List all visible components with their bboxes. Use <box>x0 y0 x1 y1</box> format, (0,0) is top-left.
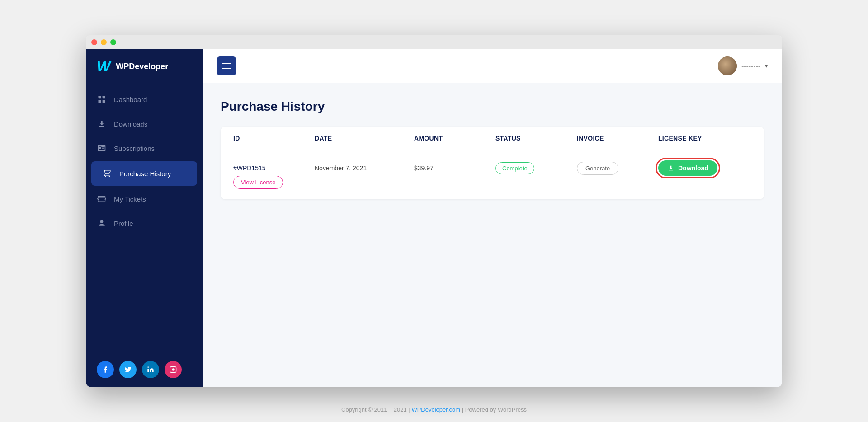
titlebar <box>86 35 782 49</box>
sidebar-item-downloads[interactable]: Downloads <box>86 112 203 136</box>
topbar: •••••••• ▾ <box>203 49 782 83</box>
sidebar-nav: Dashboard Downloads Subscriptions <box>86 84 203 352</box>
svg-rect-9 <box>222 68 231 69</box>
sidebar-item-profile-label: Profile <box>114 220 133 227</box>
user-name: •••••••• <box>741 62 760 70</box>
sidebar-social <box>86 352 203 387</box>
sidebar-item-subscriptions[interactable]: Subscriptions <box>86 136 203 160</box>
cell-download: Download <box>658 160 751 176</box>
download-icon <box>97 119 107 129</box>
maximize-button[interactable] <box>110 39 116 45</box>
dashboard-icon <box>97 94 107 104</box>
sidebar-item-subscriptions-label: Subscriptions <box>114 145 155 152</box>
col-header-license: License Key <box>658 135 751 142</box>
mac-window: W WPDeveloper Dashboard Download <box>86 35 782 387</box>
sidebar-item-downloads-label: Downloads <box>114 120 147 128</box>
svg-rect-2 <box>99 100 101 103</box>
cell-date: November 7, 2021 <box>315 164 414 172</box>
sidebar-item-dashboard[interactable]: Dashboard <box>86 87 203 112</box>
svg-point-4 <box>147 366 149 368</box>
sidebar-item-purchase-history-label: Purchase History <box>119 170 171 178</box>
col-header-amount: Amount <box>414 135 495 142</box>
col-header-id: ID <box>233 135 315 142</box>
svg-rect-3 <box>103 100 105 103</box>
download-button-label: Download <box>678 164 708 172</box>
sidebar-item-dashboard-label: Dashboard <box>114 96 147 103</box>
user-area[interactable]: •••••••• ▾ <box>718 56 768 75</box>
col-header-date: Date <box>315 135 414 142</box>
sidebar-item-my-tickets[interactable]: My Tickets <box>86 187 203 211</box>
cell-amount: $39.97 <box>414 164 495 172</box>
svg-rect-1 <box>103 96 105 99</box>
svg-rect-7 <box>222 63 231 64</box>
subscriptions-icon <box>97 143 107 153</box>
purchase-icon <box>102 169 112 178</box>
logo-icon: W <box>97 59 110 74</box>
brand-name: WPDeveloper <box>116 62 168 71</box>
tickets-icon <box>97 194 107 204</box>
minimize-button[interactable] <box>101 39 107 45</box>
cell-status: Complete <box>495 162 577 174</box>
generate-button[interactable]: Generate <box>577 162 618 175</box>
table-row: #WPD1515 November 7, 2021 $39.97 Complet… <box>221 150 764 199</box>
avatar <box>718 56 737 75</box>
col-header-invoice: Invoice <box>577 135 658 142</box>
content-area: Purchase History ID Date Amount Status I… <box>203 83 782 387</box>
linkedin-button[interactable] <box>142 361 159 378</box>
sidebar-logo: W WPDeveloper <box>86 49 203 84</box>
cell-invoice: Generate <box>577 162 658 175</box>
chevron-down-icon: ▾ <box>765 63 768 69</box>
sidebar-item-purchase-history[interactable]: Purchase History <box>91 161 197 186</box>
cell-license: View License <box>233 176 315 189</box>
main-content: •••••••• ▾ Purchase History ID Date Amou… <box>203 49 782 387</box>
svg-rect-8 <box>222 66 231 66</box>
view-license-button[interactable]: View License <box>233 176 283 189</box>
status-badge: Complete <box>495 162 534 174</box>
instagram-button[interactable] <box>165 361 182 378</box>
page-title: Purchase History <box>221 99 764 114</box>
facebook-button[interactable] <box>97 361 114 378</box>
profile-icon <box>97 218 107 228</box>
table-header: ID Date Amount Status Invoice License Ke… <box>221 127 764 150</box>
sidebar-item-my-tickets-label: My Tickets <box>114 195 146 203</box>
cell-id: #WPD1515 <box>233 164 315 172</box>
svg-rect-0 <box>99 96 101 99</box>
purchase-table: ID Date Amount Status Invoice License Ke… <box>221 127 764 199</box>
close-button[interactable] <box>91 39 97 45</box>
sidebar: W WPDeveloper Dashboard Download <box>86 49 203 387</box>
menu-button[interactable] <box>217 56 236 75</box>
twitter-button[interactable] <box>119 361 137 378</box>
col-header-status: Status <box>495 135 577 142</box>
app-body: W WPDeveloper Dashboard Download <box>86 49 782 387</box>
download-button[interactable]: Download <box>658 160 717 176</box>
sidebar-item-profile[interactable]: Profile <box>86 211 203 235</box>
download-icon <box>667 164 675 172</box>
